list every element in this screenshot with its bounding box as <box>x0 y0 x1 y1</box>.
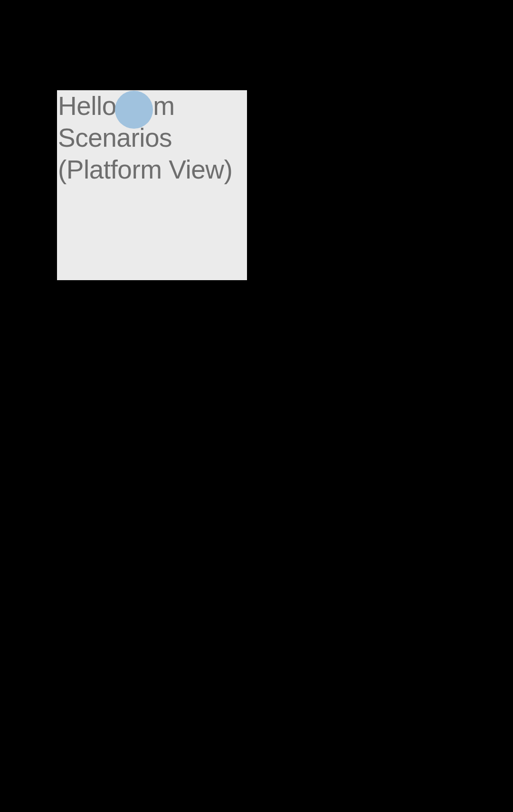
touch-indicator-circle <box>115 91 153 129</box>
platform-view-panel[interactable]: Hello from Scenarios (Platform View) <box>57 90 247 280</box>
